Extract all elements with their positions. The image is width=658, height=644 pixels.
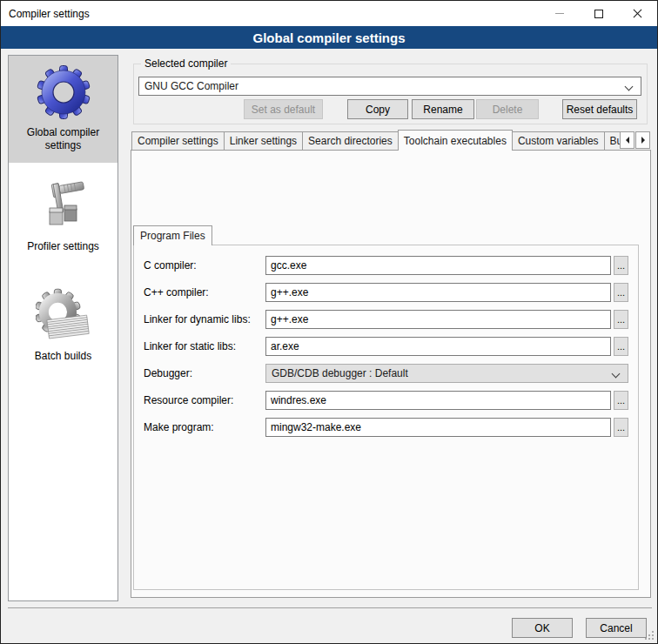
sidebar-item-label: Global compiler settings [10, 126, 116, 152]
tab-linker-settings[interactable]: Linker settings [224, 131, 303, 151]
sidebar-item-label: Profiler settings [10, 240, 116, 253]
arrow-right-icon [641, 137, 645, 144]
resource-compiler-browse-button[interactable]: ... [614, 391, 628, 410]
rename-button[interactable]: Rename [412, 99, 474, 119]
linker-static-browse-button[interactable]: ... [614, 337, 628, 356]
linker-dynamic-browse-button[interactable]: ... [614, 310, 628, 329]
gray-gear-paper-stack-icon [36, 288, 91, 344]
sidebar-item-global-compiler-settings[interactable]: Global compiler settings [9, 56, 118, 163]
window-title: Compiler settings [1, 8, 90, 20]
program-files-page: C compiler: ... C++ compiler: ... Linker… [133, 245, 639, 590]
sidebar-item-profiler-settings[interactable]: Profiler settings [9, 170, 118, 264]
arrow-left-icon [626, 137, 629, 144]
reset-defaults-button[interactable]: Reset defaults [562, 99, 637, 119]
tab-build-options[interactable]: Build options [604, 131, 620, 151]
selected-compiler-group-label: Selected compiler [141, 57, 231, 70]
tab-compiler-settings[interactable]: Compiler settings [131, 131, 225, 151]
chevron-down-icon [612, 370, 621, 379]
make-program-label: Make program: [144, 421, 265, 433]
field-row-c-compiler: C compiler: ... [144, 256, 628, 275]
debugger-label: Debugger: [144, 367, 265, 379]
field-row-linker-dynamic: Linker for dynamic libs: ... [144, 310, 628, 329]
delete-button[interactable]: Delete [476, 99, 539, 119]
maximize-icon [594, 10, 603, 18]
linker-static-label: Linker for static libs: [144, 340, 265, 352]
maximize-button[interactable] [579, 1, 618, 26]
resize-grip[interactable] [652, 638, 654, 640]
make-program-input[interactable] [265, 418, 611, 437]
set-as-default-button[interactable]: Set as default [244, 99, 323, 119]
minimize-button[interactable] [540, 1, 579, 26]
resource-compiler-input[interactable] [265, 391, 611, 410]
cancel-button[interactable]: Cancel [586, 618, 647, 638]
tab-toolchain-executables[interactable]: Toolchain executables [398, 130, 513, 151]
debugger-select-value: GDB/CDB debugger : Default [272, 367, 408, 379]
caliper-icon [36, 178, 91, 234]
sidebar-item-label: Batch builds [10, 350, 116, 363]
field-row-cpp-compiler: C++ compiler: ... [144, 283, 628, 302]
titlebar: Compiler settings [1, 1, 657, 26]
window-controls [540, 1, 657, 26]
settings-tabbar: Compiler settings Linker settings Search… [131, 130, 620, 151]
chevron-down-icon [625, 83, 634, 91]
close-icon [633, 9, 642, 18]
tab-search-directories[interactable]: Search directories [302, 131, 399, 151]
cpp-compiler-input[interactable] [265, 283, 611, 302]
blue-gear-icon [36, 64, 91, 120]
linker-dynamic-label: Linker for dynamic libs: [144, 313, 265, 325]
sidebar-item-batch-builds[interactable]: Batch builds [9, 279, 118, 373]
compiler-select-value: GNU GCC Compiler [144, 80, 238, 92]
field-row-linker-static: Linker for static libs: ... [144, 337, 628, 356]
page-title: Global compiler settings [1, 26, 657, 49]
linker-static-input[interactable] [265, 337, 611, 356]
copy-button[interactable]: Copy [347, 99, 408, 119]
c-compiler-input[interactable] [265, 256, 611, 275]
minimize-icon [555, 13, 564, 14]
compiler-settings-dialog: Compiler settings Global compiler settin… [0, 0, 658, 644]
close-button[interactable] [618, 1, 657, 26]
field-row-make-program: Make program: ... [144, 418, 628, 437]
tab-scroll-left-button[interactable] [620, 131, 634, 149]
subtab-program-files[interactable]: Program Files [133, 225, 212, 245]
linker-dynamic-input[interactable] [265, 310, 611, 329]
resource-compiler-label: Resource compiler: [144, 394, 265, 406]
ok-button[interactable]: OK [512, 618, 573, 638]
debugger-select[interactable]: GDB/CDB debugger : Default [265, 364, 628, 383]
field-row-debugger: Debugger: GDB/CDB debugger : Default [144, 364, 628, 383]
tab-custom-variables[interactable]: Custom variables [512, 131, 605, 151]
cpp-compiler-label: C++ compiler: [144, 286, 265, 299]
tab-scroll-right-button[interactable] [635, 131, 650, 149]
c-compiler-browse-button[interactable]: ... [614, 256, 628, 275]
field-row-resource-compiler: Resource compiler: ... [144, 391, 628, 410]
cpp-compiler-browse-button[interactable]: ... [614, 283, 628, 302]
make-program-browse-button[interactable]: ... [614, 418, 628, 437]
footer-divider [8, 607, 652, 608]
c-compiler-label: C compiler: [144, 259, 265, 272]
settings-category-list: Global compiler settings [8, 55, 118, 601]
compiler-select[interactable]: GNU GCC Compiler [138, 77, 641, 96]
